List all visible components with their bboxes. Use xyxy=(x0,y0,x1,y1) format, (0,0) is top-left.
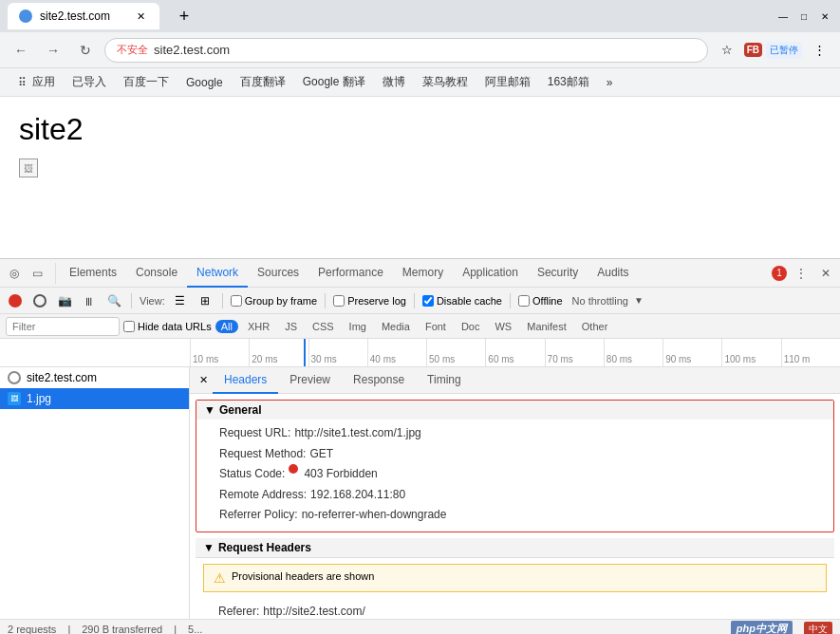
detail-tabs: ✕ Headers Preview Response Timing xyxy=(190,367,840,394)
filter-manifest[interactable]: Manifest xyxy=(521,320,572,333)
filter-ws[interactable]: WS xyxy=(489,320,517,333)
tab-console[interactable]: Console xyxy=(126,259,187,288)
bookmark-ali-mail[interactable]: 阿里邮箱 xyxy=(477,71,538,93)
devtools-close-icon[interactable]: ✕ xyxy=(815,263,836,284)
bookmark-google[interactable]: Google xyxy=(178,73,231,92)
maximize-button[interactable]: □ xyxy=(796,9,812,24)
tick-60ms: 60 ms xyxy=(485,339,544,366)
tab-sources[interactable]: Sources xyxy=(248,259,308,288)
offline-checkbox[interactable] xyxy=(518,295,530,307)
detail-tab-preview[interactable]: Preview xyxy=(278,367,342,394)
bookmark-weibo[interactable]: 微博 xyxy=(375,71,413,93)
filter-media[interactable]: Media xyxy=(376,320,416,333)
filter-img[interactable]: Img xyxy=(344,320,372,333)
forward-button[interactable]: → xyxy=(40,37,66,64)
waterfall-view-icon[interactable]: ⊞ xyxy=(196,291,215,310)
address-input[interactable]: 不安全 site2.test.com xyxy=(104,38,708,63)
filter-other[interactable]: Other xyxy=(576,320,614,333)
tab-memory[interactable]: Memory xyxy=(393,259,453,288)
devtools-panel: ◎ ▭ Elements Console Network Sources Per… xyxy=(0,258,840,619)
preserve-log-checkbox[interactable] xyxy=(333,295,345,307)
filter-xhr[interactable]: XHR xyxy=(242,320,275,333)
tab-performance[interactable]: Performance xyxy=(308,259,393,288)
devtools-main: site2.test.com 🖼 1.jpg xyxy=(0,367,840,619)
hide-data-urls-label[interactable]: Hide data URLs xyxy=(123,321,212,332)
disable-cache-label[interactable]: Disable cache xyxy=(422,295,502,307)
camera-icon[interactable]: 📷 xyxy=(55,291,74,310)
filter-doc[interactable]: Doc xyxy=(456,320,486,333)
bookmark-more[interactable]: » xyxy=(599,73,621,92)
hide-data-urls-checkbox[interactable] xyxy=(123,321,135,332)
tick-40ms: 40 ms xyxy=(367,339,426,366)
filter-all[interactable]: All xyxy=(215,320,238,333)
devtools-menu-icon[interactable]: ⋮ xyxy=(791,263,812,284)
fb-extension-icon[interactable]: FB xyxy=(744,43,762,57)
throttle-chevron[interactable]: ▼ xyxy=(634,295,644,306)
bookmark-apps[interactable]: ⠿ 应用 xyxy=(8,71,63,93)
back-button[interactable]: ← xyxy=(8,37,34,64)
toolbar-divider4 xyxy=(414,293,415,308)
tab-security[interactable]: Security xyxy=(528,259,588,288)
record-icon[interactable] xyxy=(6,291,25,310)
separator1: | xyxy=(67,624,70,635)
list-view-icon[interactable]: ☰ xyxy=(171,291,190,310)
filter-js[interactable]: JS xyxy=(279,320,303,333)
tab-application[interactable]: Application xyxy=(453,259,528,288)
throttle-label: No throttling xyxy=(572,295,628,307)
bookmark-baidu[interactable]: 百度一下 xyxy=(116,71,177,93)
request-headers-header[interactable]: ▼ Request Headers xyxy=(196,538,834,558)
file-item-jpg[interactable]: 🖼 1.jpg xyxy=(0,388,189,409)
group-by-frame-checkbox[interactable] xyxy=(231,295,242,307)
provisional-headers-text: Provisional headers are shown xyxy=(232,570,374,582)
detail-tab-headers[interactable]: Headers xyxy=(213,367,278,394)
minimize-button[interactable]: — xyxy=(775,9,791,24)
close-button[interactable]: ✕ xyxy=(817,9,832,24)
bookmark-baidu-label: 百度一下 xyxy=(123,74,169,90)
general-section-body: Request URL: http://site1.test.com/1.jpg… xyxy=(196,420,833,531)
error-count-badge: 1 xyxy=(772,266,787,281)
filter-icon[interactable]: ⫼ xyxy=(80,291,99,310)
element-picker-icon[interactable]: ◎ xyxy=(4,263,25,284)
file-item-site[interactable]: site2.test.com xyxy=(0,367,189,388)
address-icons: ☆ FB 已暂停 ⋮ xyxy=(714,37,832,64)
general-section-header[interactable]: ▼ General xyxy=(196,401,833,420)
more-button[interactable]: ⋮ xyxy=(806,37,832,64)
bookmark-apps-label: 应用 xyxy=(32,74,55,90)
tab-network[interactable]: Network xyxy=(187,259,248,288)
group-by-frame-label[interactable]: Group by frame xyxy=(231,295,317,307)
browser-tab[interactable]: site2.test.com ✕ xyxy=(8,3,159,29)
detail-close-button[interactable]: ✕ xyxy=(194,371,213,390)
bookmark-cainiao[interactable]: 菜鸟教程 xyxy=(415,71,476,93)
detail-tab-timing[interactable]: Timing xyxy=(416,367,473,394)
file-list: site2.test.com 🖼 1.jpg xyxy=(0,367,190,619)
red-arrow-annotation xyxy=(0,374,9,412)
detail-tab-response[interactable]: Response xyxy=(342,367,416,394)
filter-font[interactable]: Font xyxy=(420,320,452,333)
remote-address-row: Remote Address: 192.168.204.11:80 xyxy=(219,485,826,506)
clear-icon[interactable] xyxy=(30,291,49,310)
tab-elements[interactable]: Elements xyxy=(60,259,126,288)
toolbar-divider xyxy=(131,293,132,308)
tab-audits[interactable]: Audits xyxy=(588,259,638,288)
request-url-row: Request URL: http://site1.test.com/1.jpg xyxy=(219,423,826,444)
status-code-row: Status Code: 403 Forbidden xyxy=(219,464,826,485)
filter-css[interactable]: CSS xyxy=(307,320,340,333)
devtools-header: ◎ ▭ Elements Console Network Sources Per… xyxy=(0,259,840,288)
request-headers-section: ▼ Request Headers ⚠ Provisional headers … xyxy=(196,538,834,619)
filter-input[interactable] xyxy=(6,317,120,336)
bookmark-google-translate[interactable]: Google 翻译 xyxy=(295,71,373,93)
reload-button[interactable]: ↻ xyxy=(72,37,99,64)
preserve-log-label[interactable]: Preserve log xyxy=(333,295,406,307)
bookmark-163mail[interactable]: 163邮箱 xyxy=(540,71,597,93)
bookmark-button[interactable]: ☆ xyxy=(714,37,740,64)
request-method-key: Request Method: xyxy=(219,444,306,465)
bookmark-imported[interactable]: 已导入 xyxy=(65,71,114,93)
search-icon[interactable]: 🔍 xyxy=(104,291,123,310)
device-mode-icon[interactable]: ▭ xyxy=(27,263,47,284)
tab-close-button[interactable]: ✕ xyxy=(133,9,148,24)
new-tab-button[interactable]: + xyxy=(171,3,197,29)
disable-cache-checkbox[interactable] xyxy=(422,295,434,307)
devtools-right-controls: 1 ⋮ ✕ xyxy=(772,263,836,284)
offline-label[interactable]: Offline xyxy=(518,295,563,307)
bookmark-baidu-translate[interactable]: 百度翻译 xyxy=(233,71,293,93)
